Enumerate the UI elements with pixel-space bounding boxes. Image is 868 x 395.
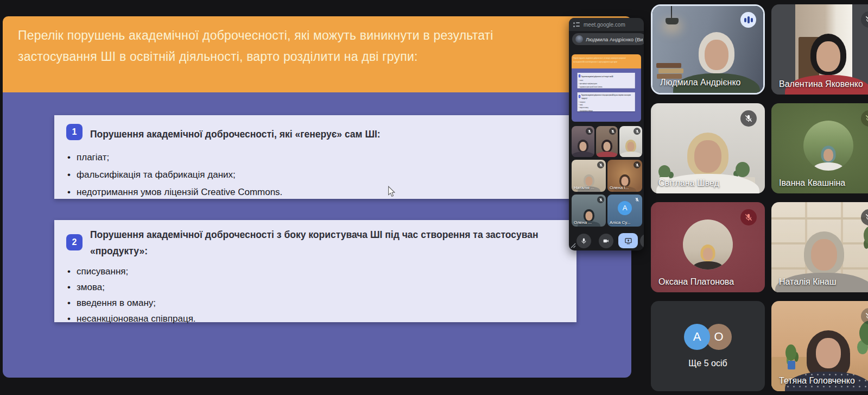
participant-name: Іванна Квашніна (779, 178, 845, 188)
number-badge-2: 2 (66, 234, 83, 250)
more-controls-button[interactable] (640, 234, 644, 248)
number-badge-1: 1 (66, 124, 83, 140)
mic-muted-icon (740, 209, 757, 225)
pip-titlebar[interactable]: meet.google.com (569, 18, 644, 31)
more-participants-label: Ще 5 осіб (688, 359, 727, 368)
pip-mini-tile-6[interactable]: Олена ... (572, 195, 606, 227)
box2-title-line2: «продукту»: (90, 243, 570, 259)
pip-mini-tile-1[interactable] (572, 126, 594, 157)
participant-name: Світлана Швед (658, 178, 719, 188)
mic-muted-icon (609, 128, 616, 135)
bullet-item: несанкціонована співпраця. (67, 311, 571, 327)
mini-header-line2: застосування ШІ в освітній діяльності, в… (573, 60, 639, 64)
box1-title-text: Порушення академічної доброчесності, які… (90, 126, 570, 142)
mini-box2-bullets: списування; змова; введення в оману; нес… (579, 101, 635, 112)
mic-muted-icon (586, 128, 593, 135)
mini-box1-bullets: плагіат; фальсифікація та фабрикація дан… (579, 79, 635, 89)
slide-box-2: 2 Порушення академічної доброчесності з … (54, 220, 576, 322)
camera-button[interactable] (599, 234, 613, 248)
person-silhouette (692, 244, 724, 269)
mini-header-line1: Перелік порушень академічної доброчеснос… (573, 56, 639, 60)
profile-photo-avatar (683, 220, 733, 269)
tile-ivanna-kvashnina[interactable]: Іванна Квашніна (771, 103, 868, 193)
participant-name: Тетяна Головченко (779, 376, 855, 386)
meeting-screen: Перелік порушень академічної доброчеснос… (0, 0, 868, 395)
slide-header-line2: застосування ШІ в освітній діяльності, в… (18, 46, 616, 67)
mini-slide-body: 1 Порушення академічної доброчесності, я… (572, 68, 641, 122)
resize-handle[interactable] (571, 243, 576, 249)
avatar-initial: A (618, 201, 632, 215)
profile-photo-avatar (803, 121, 853, 171)
tile-more-participants[interactable]: A O Ще 5 осіб (651, 301, 765, 391)
person-silhouette (619, 140, 642, 157)
overflow-avatars: A O (684, 324, 732, 350)
self-view-pill[interactable]: Людмила Андрієнко (Ви (пок (572, 33, 644, 45)
participant-name: Наталія Кінаш (779, 277, 837, 287)
slide-header: Перелік порушень академічної доброчеснос… (3, 16, 631, 92)
tile-valentyna-yakovenko[interactable]: Валентина Яковенко (771, 4, 868, 95)
mini-slide: Перелік порушень академічної доброчеснос… (572, 54, 641, 122)
speaking-indicator-icon (740, 12, 756, 28)
mini-box2-title-line2: «продукту»: (581, 97, 635, 100)
tile-liudmyla-andriienko[interactable]: Людмила Андрієнко (651, 4, 765, 95)
pip-mini-tile-7[interactable]: A Аліса Су... (607, 195, 642, 227)
tile-nataliia-kinash[interactable]: Наталія Кінаш (771, 202, 868, 292)
bullet-item: фальсифікація та фабрикація даних; (67, 166, 571, 184)
person-silhouette (812, 146, 845, 171)
mini-participant-name: Олена І... (610, 185, 641, 190)
participant-name: Людмила Андрієнко (660, 78, 740, 87)
tile-svitlana-shved[interactable]: Світлана Швед (651, 103, 765, 193)
self-label: Людмила Андрієнко (Ви (пок (586, 36, 643, 42)
mini-box2-title-line1: Порушення академічної доброчесності з бо… (581, 93, 635, 97)
avatar-initial-a: A (684, 324, 710, 350)
person-silhouette (572, 140, 594, 157)
mic-muted-icon (633, 196, 641, 203)
mic-muted-icon (633, 128, 641, 135)
participant-name: Оксана Платонова (658, 277, 734, 287)
person-silhouette (596, 140, 618, 157)
bullet-item: плагіат; (67, 149, 571, 166)
box1-title: Порушення академічної доброчесності, які… (90, 126, 570, 142)
bullet-item: змова; (579, 103, 635, 106)
slide-body: 1 Порушення академічної доброчесності, я… (3, 92, 631, 378)
pip-slide-thumbnail: Перелік порушень академічної доброчеснос… (572, 54, 641, 122)
bullet-item: змова; (67, 279, 571, 295)
bullet-item: недотримання умов ліцензій Creative Comm… (67, 184, 571, 201)
bullet-item: введення в оману; (67, 295, 571, 311)
bullet-item: списування; (67, 264, 571, 279)
lamp-decor (671, 6, 672, 19)
mini-badge-1: 1 (579, 74, 580, 78)
box2-title-line1: Порушення академічної доброчесності з бо… (90, 227, 570, 243)
mic-button[interactable] (576, 234, 591, 248)
mini-box1-title: Порушення академічної доброчесності, які… (581, 75, 635, 78)
tile-tetiana-holovchenko[interactable]: Тетяна Головченко (771, 301, 868, 391)
mini-badge-2: 2 (579, 95, 580, 98)
mic-muted-icon (597, 161, 604, 168)
mini-box-2: 2 Порушення академічної доброчесності з … (577, 92, 635, 111)
bullet-item: фальсифікація та фабрикація даних; (579, 82, 635, 85)
mini-slide-header: Перелік порушень академічної доброчеснос… (572, 54, 641, 68)
pip-url: meet.google.com (584, 22, 625, 28)
mini-box1-title-text: Порушення академічної доброчесності, які… (581, 75, 635, 78)
present-screen-button[interactable] (618, 233, 638, 248)
pip-mini-tile-4[interactable]: Наталія ... (572, 160, 606, 192)
meet-pip-window[interactable]: meet.google.com Людмила Андрієнко (Ви (п… (569, 18, 644, 250)
media-tab-icon (573, 22, 580, 27)
mini-participant-name: Наталія ... (574, 185, 605, 190)
tile-oksana-platonova[interactable]: Оксана Платонова (651, 202, 765, 292)
bullet-item: недотримання умов ліцензій Creative Comm… (579, 85, 635, 89)
slide-box-1: 1 Порушення академічної доброчесності, я… (54, 115, 576, 199)
pip-mini-tile-5[interactable]: Олена І... (607, 160, 642, 192)
pip-mini-tile-2[interactable] (596, 126, 618, 157)
mic-muted-icon (633, 161, 641, 168)
bullet-item: плагіат; (579, 79, 635, 83)
presentation-slide: Перелік порушень академічної доброчеснос… (3, 16, 631, 378)
mini-box2-title: Порушення академічної доброчесності з бо… (581, 93, 635, 99)
box2-bullet-list: списування; змова; введення в оману; нес… (67, 264, 571, 327)
bullet-item: введення в оману; (579, 106, 635, 109)
bullet-item: несанкціонована співпраця. (579, 109, 635, 112)
box2-title: Порушення академічної доброчесності з бо… (90, 227, 570, 259)
pip-mini-tile-3[interactable] (619, 126, 642, 157)
bullet-item: списування; (579, 101, 635, 103)
lamp-shade-decor (666, 18, 679, 24)
